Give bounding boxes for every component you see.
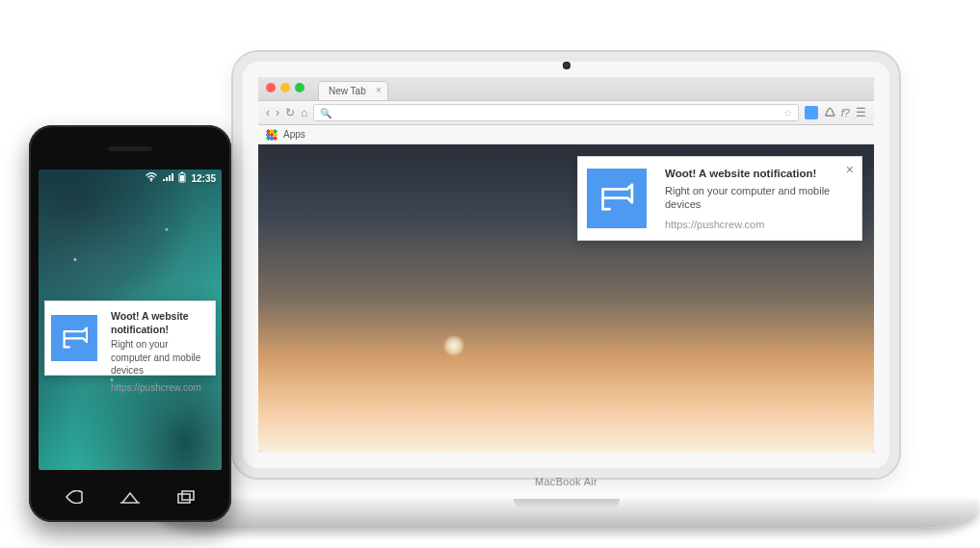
- wifi-icon: [146, 172, 157, 184]
- laptop-base-notch: [514, 499, 620, 509]
- browser-toolbar: ‹ › ↻ ⌂ 🔍 ☆ 🛆 f? ☰: [258, 100, 874, 125]
- signal-icon: [162, 172, 173, 184]
- android-back-button[interactable]: [56, 487, 93, 507]
- browser-tab-label: New Tab: [329, 86, 366, 96]
- notification-icon-wrap: [45, 301, 103, 375]
- nav-back-icon[interactable]: ‹: [266, 107, 270, 118]
- search-icon: 🔍: [320, 108, 331, 118]
- notification-app-icon: [51, 315, 97, 361]
- phone-device: 12:35 Woot! A website notification! Righ…: [29, 125, 231, 522]
- notification-body: Woot! A website notification! Right on y…: [103, 301, 215, 375]
- laptop-base: MacBook Air: [154, 499, 978, 528]
- extension-icon[interactable]: [805, 106, 818, 119]
- window-zoom-icon[interactable]: [295, 83, 305, 92]
- battery-icon: [178, 171, 186, 185]
- android-home-button[interactable]: [112, 487, 148, 507]
- android-nav-bar: [56, 485, 204, 509]
- extension-gear-icon[interactable]: 🛆: [824, 107, 835, 118]
- svg-rect-5: [182, 491, 194, 500]
- laptop-screen: New Tab × ‹ › ↻ ⌂ 🔍 ☆ 🛆 f?: [258, 77, 874, 453]
- desktop-push-notification[interactable]: × Woot! A website notification! Right on…: [577, 156, 862, 241]
- phone-screen: 12:35 Woot! A website notification! Righ…: [39, 170, 222, 470]
- bookmark-star-icon[interactable]: ☆: [783, 108, 792, 118]
- notification-icon-wrap: [578, 157, 655, 240]
- bookmark-bar: Apps: [258, 125, 874, 144]
- window-traffic-lights: [266, 83, 305, 92]
- browser-tab[interactable]: New Tab ×: [318, 81, 388, 100]
- bookmark-apps-label[interactable]: Apps: [283, 129, 305, 140]
- notification-title: Woot! A website notification!: [111, 309, 205, 336]
- notification-body: × Woot! A website notification! Right on…: [655, 157, 861, 240]
- mobile-push-notification[interactable]: Woot! A website notification! Right on y…: [44, 300, 216, 376]
- browser-viewport: × Woot! A website notification! Right on…: [258, 144, 874, 453]
- phone-status-time: 12:35: [191, 173, 216, 184]
- svg-rect-2: [180, 175, 184, 181]
- laptop-camera-icon: [563, 62, 570, 69]
- notification-close-icon[interactable]: ×: [846, 163, 854, 176]
- pushcrew-logo-icon: [61, 325, 89, 352]
- nav-reload-icon[interactable]: ↻: [285, 107, 295, 118]
- notification-source-url: https://pushcrew.com: [111, 381, 205, 395]
- tab-close-icon[interactable]: ×: [376, 85, 382, 95]
- nav-forward-icon[interactable]: ›: [276, 107, 279, 118]
- apps-grid-icon[interactable]: [266, 129, 278, 141]
- laptop-device: New Tab × ‹ › ↻ ⌂ 🔍 ☆ 🛆 f?: [154, 50, 978, 547]
- url-field[interactable]: 🔍 ☆: [313, 104, 799, 121]
- notification-message: Right on your computer and mobile device…: [111, 338, 205, 378]
- window-close-icon[interactable]: [266, 83, 276, 92]
- notification-source-url: https://pushcrew.com: [665, 218, 838, 232]
- browser-tab-strip: New Tab ×: [258, 77, 874, 100]
- notification-app-icon: [587, 169, 647, 228]
- pushcrew-logo-icon: [598, 180, 634, 216]
- notification-message: Right on your computer and mobile device…: [665, 184, 838, 213]
- extension-text-icon[interactable]: f?: [841, 107, 850, 118]
- browser-window: New Tab × ‹ › ↻ ⌂ 🔍 ☆ 🛆 f?: [258, 77, 874, 453]
- nav-home-icon[interactable]: ⌂: [301, 107, 307, 118]
- notification-title: Woot! A website notification!: [665, 167, 838, 182]
- phone-status-bar: 12:35: [39, 170, 222, 187]
- browser-menu-icon[interactable]: ☰: [856, 107, 866, 118]
- phone-speaker-icon: [108, 146, 152, 151]
- laptop-brand-label: MacBook Air: [154, 476, 978, 487]
- android-recents-button[interactable]: [168, 487, 204, 507]
- svg-rect-3: [181, 172, 183, 174]
- window-minimize-icon[interactable]: [280, 83, 290, 92]
- laptop-body: New Tab × ‹ › ↻ ⌂ 🔍 ☆ 🛆 f?: [231, 50, 901, 480]
- svg-point-0: [151, 180, 153, 182]
- svg-rect-4: [178, 494, 190, 503]
